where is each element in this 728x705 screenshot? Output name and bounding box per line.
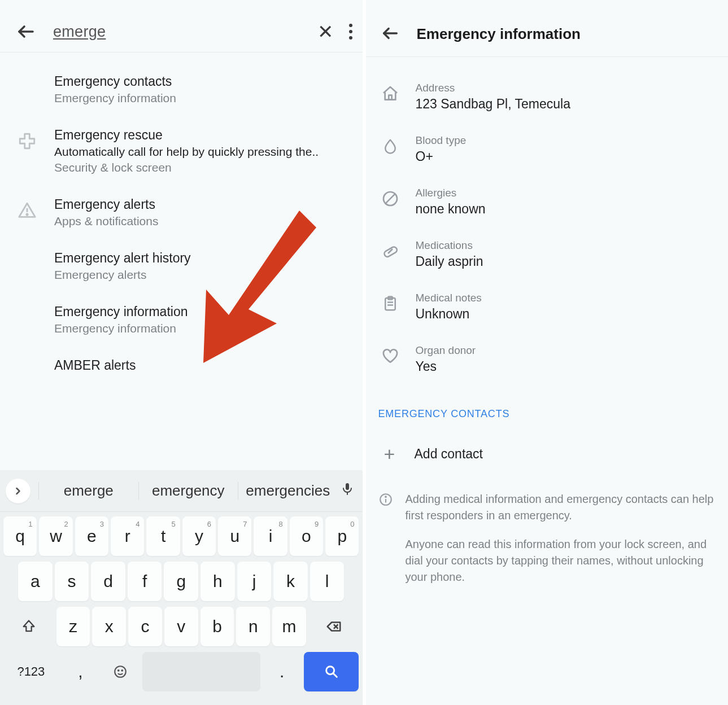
key-r[interactable]: r4: [111, 516, 144, 556]
key-v[interactable]: v: [164, 607, 198, 646]
search-result[interactable]: AMBER alerts: [0, 347, 363, 385]
info-row-organ-donor[interactable]: Organ donor Yes: [366, 333, 729, 386]
key-i[interactable]: i8: [254, 516, 287, 556]
key-o[interactable]: o9: [290, 516, 323, 556]
search-header: emerge ✕: [0, 0, 363, 52]
search-input[interactable]: emerge: [53, 23, 300, 41]
svg-point-24: [385, 496, 386, 497]
medical-cross-icon: [14, 128, 41, 155]
symbols-key[interactable]: ?123: [3, 652, 59, 691]
add-contact-button[interactable]: + Add contact: [366, 424, 729, 483]
clipboard-icon: [378, 292, 402, 316]
spacebar-key[interactable]: [142, 652, 260, 691]
virtual-keyboard: emerge emergency emergencies q1 w2 e3 r4…: [0, 470, 363, 705]
key-d[interactable]: d: [91, 562, 125, 601]
svg-point-9: [122, 670, 123, 671]
key-n[interactable]: n: [236, 607, 270, 646]
suggestion-bar: emerge emergency emergencies: [0, 470, 363, 512]
plus-icon: +: [380, 444, 400, 464]
keyboard-row-3: z x c v b n m: [3, 607, 359, 646]
shift-key[interactable]: [3, 607, 54, 646]
info-note: Adding medical information and emergency…: [366, 483, 729, 589]
back-arrow-icon[interactable]: [381, 24, 401, 44]
key-x[interactable]: x: [92, 607, 126, 646]
result-title: Emergency alerts: [54, 197, 346, 212]
result-path: Emergency alerts: [54, 268, 346, 282]
key-f[interactable]: f: [128, 562, 162, 601]
result-icon-blank: [14, 358, 41, 385]
keyboard-suggestion[interactable]: emergencies: [238, 482, 338, 500]
search-result[interactable]: Emergency rescue Automatically call for …: [0, 116, 363, 186]
collapse-suggestions-icon[interactable]: [6, 479, 30, 503]
info-label: Medications: [416, 239, 716, 252]
key-s[interactable]: s: [55, 562, 89, 601]
key-y[interactable]: y6: [182, 516, 216, 556]
key-p[interactable]: p0: [325, 516, 359, 556]
backspace-key[interactable]: [308, 607, 359, 646]
key-g[interactable]: g: [164, 562, 198, 601]
keyboard-suggestion[interactable]: emergency: [138, 482, 238, 500]
warning-triangle-icon: [14, 197, 41, 224]
more-menu-icon[interactable]: [349, 24, 352, 40]
key-h[interactable]: h: [200, 562, 235, 601]
info-value: none known: [416, 202, 716, 217]
info-label: Allergies: [416, 187, 716, 199]
result-path: Apps & notifications: [54, 214, 346, 228]
svg-point-7: [115, 666, 127, 677]
key-a[interactable]: a: [18, 562, 53, 601]
result-path: Emergency information: [54, 322, 346, 335]
key-m[interactable]: m: [272, 607, 306, 646]
search-result[interactable]: Emergency contacts Emergency information: [0, 63, 363, 116]
result-title: Emergency contacts: [54, 74, 346, 89]
info-label: Blood type: [416, 134, 716, 147]
key-k[interactable]: k: [273, 562, 308, 601]
result-path: Emergency information: [54, 91, 346, 105]
key-j[interactable]: j: [237, 562, 272, 601]
search-result[interactable]: Emergency alert history Emergency alerts: [0, 239, 363, 293]
key-q[interactable]: q1: [3, 516, 37, 556]
key-e[interactable]: e3: [75, 516, 108, 556]
svg-point-8: [118, 670, 119, 671]
page-title: Emergency information: [417, 25, 581, 43]
add-contact-label: Add contact: [415, 446, 483, 462]
comma-key[interactable]: ,: [62, 652, 99, 691]
emoji-key[interactable]: [102, 652, 139, 691]
emergency-contacts-header: EMERGENCY CONTACTS: [366, 391, 729, 424]
key-z[interactable]: z: [56, 607, 90, 646]
info-icon: [378, 492, 393, 507]
key-l[interactable]: l: [310, 562, 345, 601]
info-row-allergies[interactable]: Allergies none known: [366, 176, 729, 228]
info-value: O+: [416, 149, 716, 164]
search-result[interactable]: Emergency alerts Apps & notifications: [0, 186, 363, 239]
settings-search-screen: emerge ✕ Emergency contacts Emergency in…: [0, 0, 366, 705]
keyboard-row-4: ?123 , .: [3, 652, 359, 691]
key-b[interactable]: b: [200, 607, 234, 646]
info-row-medications[interactable]: Medications Daily asprin: [366, 228, 729, 281]
key-c[interactable]: c: [128, 607, 162, 646]
period-key[interactable]: .: [264, 652, 300, 691]
key-u[interactable]: u7: [218, 516, 251, 556]
search-result[interactable]: Emergency information Emergency informat…: [0, 293, 363, 347]
note-paragraph: Anyone can read this information from yo…: [406, 536, 716, 585]
result-icon-blank: [14, 251, 41, 278]
emergency-info-screen: Emergency information Address 123 Sandba…: [366, 0, 729, 705]
info-value: Unknown: [416, 306, 716, 322]
key-t[interactable]: t5: [146, 516, 180, 556]
back-arrow-icon[interactable]: [16, 21, 36, 42]
result-icon-blank: [14, 74, 41, 101]
info-row-address[interactable]: Address 123 Sandbag Pl, Temecula: [366, 71, 729, 123]
result-title: Emergency alert history: [54, 251, 346, 266]
info-row-medical-notes[interactable]: Medical notes Unknown: [366, 281, 729, 333]
clear-search-icon[interactable]: ✕: [317, 22, 333, 41]
keyboard-suggestion[interactable]: emerge: [38, 482, 138, 500]
info-label: Medical notes: [416, 292, 716, 304]
info-list: Address 123 Sandbag Pl, Temecula Blood t…: [366, 57, 729, 391]
key-w[interactable]: w2: [39, 516, 72, 556]
result-title: Emergency rescue: [54, 128, 346, 143]
info-label: Organ donor: [416, 344, 716, 357]
search-submit-key[interactable]: [304, 652, 359, 691]
result-description: Automatically call for help by quickly p…: [54, 145, 346, 159]
info-value: 123 Sandbag Pl, Temecula: [416, 97, 716, 112]
microphone-icon[interactable]: [338, 482, 357, 500]
info-row-blood-type[interactable]: Blood type O+: [366, 123, 729, 176]
